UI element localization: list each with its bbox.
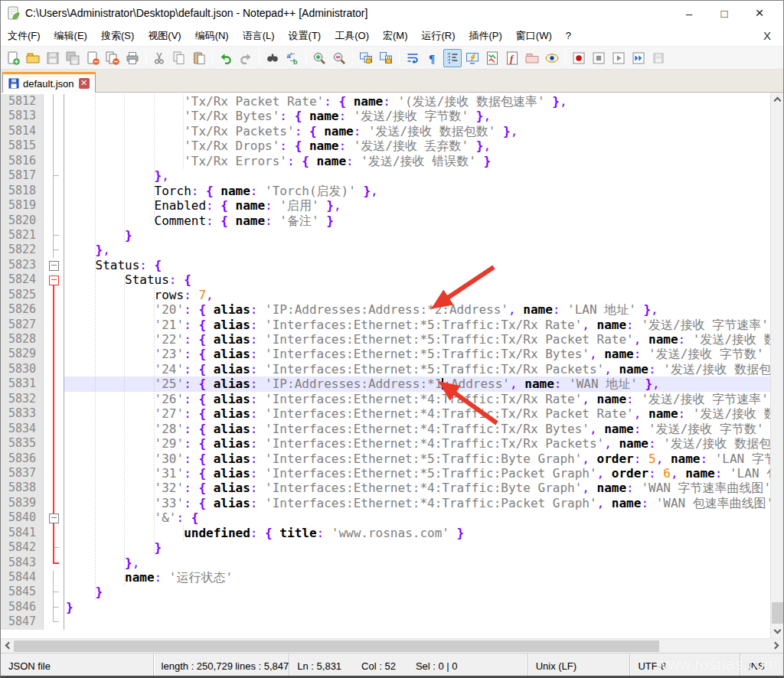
sync-vertical-icon[interactable]	[357, 49, 375, 67]
minimize-button[interactable]: –	[671, 1, 707, 25]
save-all-icon[interactable]	[64, 49, 82, 67]
line-number[interactable]: 5832	[1, 392, 44, 406]
code-line[interactable]: 'Tx/Rx Drops': { name: '发送/接收 丢弃数' },	[64, 139, 772, 153]
menu-item[interactable]: 文件(F)	[1, 26, 47, 46]
new-file-icon[interactable]	[4, 49, 22, 67]
open-file-icon[interactable]	[24, 49, 42, 67]
save-file-icon[interactable]	[44, 49, 62, 67]
code-line[interactable]: },	[64, 168, 772, 183]
line-number[interactable]: 5814	[1, 124, 44, 139]
code-line[interactable]: '30': { alias: 'Interfaces:Ethernet:*5:T…	[64, 451, 772, 466]
cut-icon[interactable]	[150, 49, 168, 67]
line-number[interactable]: 5815	[1, 139, 44, 153]
menu-item[interactable]: 语言(L)	[236, 26, 282, 46]
code-line[interactable]: 'Tx/Rx Bytes': { name: '发送/接收 字节数' },	[64, 109, 772, 123]
code-line[interactable]: },	[64, 556, 772, 570]
code-line[interactable]: '24': { alias: 'Interfaces:Ethernet:*5:T…	[64, 362, 772, 376]
fold-collapse-marker[interactable]	[44, 258, 64, 272]
sync-horizontal-icon[interactable]	[377, 49, 395, 67]
line-number[interactable]: 5833	[1, 406, 44, 421]
maximize-button[interactable]: □	[707, 1, 742, 25]
code-line[interactable]: }	[64, 585, 772, 599]
code-line[interactable]: '28': { alias: 'Interfaces:Ethernet:*4:T…	[64, 422, 772, 436]
tab-default-json[interactable]: default.json ✕	[2, 72, 96, 93]
menu-item[interactable]: 编辑(E)	[47, 26, 94, 46]
code-line[interactable]: '33': { alias: 'Interfaces:Ethernet:*4:T…	[64, 496, 772, 510]
code-line[interactable]: Enabled: { name: '启用' },	[64, 198, 772, 213]
line-number[interactable]: 5839	[1, 496, 44, 510]
vertical-scroll-thumb[interactable]	[772, 602, 783, 624]
line-number[interactable]: 5822	[1, 243, 44, 257]
code-line[interactable]: Status: {	[64, 258, 772, 272]
zoom-in-icon[interactable]	[310, 49, 328, 67]
line-number[interactable]: 5841	[1, 526, 44, 540]
line-number[interactable]: 5838	[1, 481, 44, 495]
word-wrap-icon[interactable]	[403, 49, 422, 67]
code-line[interactable]: 'Tx/Rx Packets': { name: '发送/接收 数据包数' },	[64, 124, 772, 139]
scroll-up-arrow-icon[interactable]	[771, 93, 783, 106]
code-line[interactable]: '21': { alias: 'Interfaces:Ethernet:*5:T…	[64, 318, 772, 332]
user-define-dialog-icon[interactable]	[463, 49, 482, 67]
code-line[interactable]: '26': { alias: 'Interfaces:Ethernet:*4:T…	[64, 392, 772, 406]
function-list-icon[interactable]: f	[503, 49, 521, 67]
close-file-icon[interactable]	[83, 49, 102, 67]
code-line[interactable]: '20': { alias: 'IP:Addresses:Address:*2:…	[64, 302, 772, 317]
line-number[interactable]: 5834	[1, 422, 44, 436]
redo-icon[interactable]	[237, 49, 255, 67]
line-number[interactable]: 5840	[1, 510, 44, 525]
menu-item[interactable]: ?	[559, 27, 578, 44]
print-icon[interactable]	[123, 49, 142, 67]
copy-icon[interactable]	[170, 49, 188, 67]
menu-item[interactable]: 插件(P)	[462, 26, 509, 46]
horizontal-scrollbar[interactable]	[1, 638, 783, 653]
code-line[interactable]	[64, 614, 772, 629]
tab-close-icon[interactable]: ✕	[79, 78, 90, 89]
replace-icon[interactable]: ab	[283, 49, 302, 67]
code-line[interactable]: },	[64, 243, 772, 257]
close-button[interactable]: ×	[742, 1, 777, 25]
menu-item[interactable]: 搜索(S)	[94, 26, 141, 46]
code-line[interactable]: }	[64, 228, 772, 243]
line-number[interactable]: 5816	[1, 154, 44, 168]
line-number[interactable]: 5825	[1, 288, 44, 302]
macro-stop-icon[interactable]	[590, 49, 608, 67]
code-line[interactable]: 'Tx/Rx Packet Rate': { name: '(发送/接收 数据包…	[64, 94, 772, 109]
scroll-left-arrow-icon[interactable]	[1, 639, 14, 652]
document-map-icon[interactable]	[483, 49, 501, 67]
find-icon[interactable]	[263, 49, 282, 67]
vertical-scrollbar[interactable]	[770, 93, 783, 638]
code-line[interactable]: '&': {	[64, 510, 772, 525]
code-line[interactable]: undefined: { title: 'www.rosnas.com' }	[64, 526, 772, 540]
line-number[interactable]: 5835	[1, 436, 44, 451]
line-number[interactable]: 5846	[1, 600, 44, 614]
line-number[interactable]: 5831	[1, 376, 44, 391]
line-number[interactable]: 5823	[1, 258, 44, 272]
line-number[interactable]: 5817	[1, 168, 44, 183]
code-line[interactable]: '32': { alias: 'Interfaces:Ethernet:*4:T…	[64, 481, 772, 495]
line-number[interactable]: 5824	[1, 272, 44, 287]
macro-record-icon[interactable]	[570, 49, 588, 67]
line-number[interactable]: 5844	[1, 570, 44, 585]
code-line[interactable]: }	[64, 600, 772, 614]
line-number[interactable]: 5819	[1, 198, 44, 213]
menu-item[interactable]: 工具(O)	[328, 26, 376, 46]
fold-collapse-marker[interactable]	[44, 272, 64, 287]
macro-save-icon[interactable]	[649, 49, 668, 67]
close-all-icon[interactable]	[103, 49, 122, 67]
menu-item[interactable]: 运行(R)	[414, 26, 462, 46]
line-number[interactable]: 5843	[1, 556, 44, 570]
code-line[interactable]: }	[64, 540, 772, 555]
folder-workspace-icon[interactable]	[523, 49, 541, 67]
undo-icon[interactable]	[217, 49, 235, 67]
editor-area[interactable]: 5812 'Tx/Rx Packet Rate': { name: '(发送/接…	[1, 93, 783, 638]
code-line[interactable]: '31': { alias: 'Interfaces:Ethernet:*5:T…	[64, 466, 772, 481]
line-number[interactable]: 5818	[1, 184, 44, 198]
line-number[interactable]: 5813	[1, 109, 44, 123]
code-line[interactable]: Comment: { name: '备注' }	[64, 214, 772, 228]
line-number[interactable]: 5842	[1, 540, 44, 555]
line-number[interactable]: 5847	[1, 614, 44, 629]
line-number[interactable]: 5845	[1, 585, 44, 599]
line-number[interactable]: 5830	[1, 362, 44, 376]
line-number[interactable]: 5828	[1, 332, 44, 347]
line-number[interactable]: 5812	[1, 94, 44, 109]
